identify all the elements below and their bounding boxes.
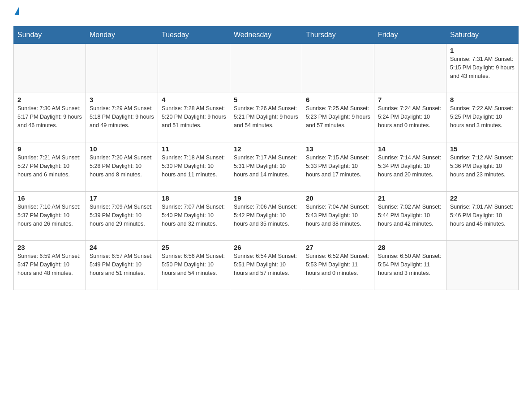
day-info: Sunrise: 7:18 AM Sunset: 5:30 PM Dayligh…	[162, 154, 226, 179]
day-number: 28	[378, 244, 442, 251]
day-info: Sunrise: 7:31 AM Sunset: 5:15 PM Dayligh…	[450, 55, 515, 80]
calendar-cell: 23Sunrise: 6:59 AM Sunset: 5:47 PM Dayli…	[14, 241, 86, 290]
day-info: Sunrise: 7:24 AM Sunset: 5:24 PM Dayligh…	[378, 104, 442, 129]
day-info: Sunrise: 6:54 AM Sunset: 5:51 PM Dayligh…	[234, 252, 298, 277]
calendar-cell: 22Sunrise: 7:01 AM Sunset: 5:46 PM Dayli…	[446, 192, 519, 241]
day-number: 14	[378, 145, 442, 153]
day-of-week-header: Tuesday	[158, 26, 230, 44]
calendar-cell: 18Sunrise: 7:07 AM Sunset: 5:40 PM Dayli…	[158, 192, 230, 241]
day-info: Sunrise: 7:04 AM Sunset: 5:43 PM Dayligh…	[306, 203, 370, 228]
calendar-cell: 11Sunrise: 7:18 AM Sunset: 5:30 PM Dayli…	[158, 142, 230, 192]
calendar-cell: 17Sunrise: 7:09 AM Sunset: 5:39 PM Dayli…	[86, 192, 158, 241]
week-row: 16Sunrise: 7:10 AM Sunset: 5:37 PM Dayli…	[14, 192, 519, 241]
day-number: 16	[17, 194, 82, 202]
day-of-week-header: Sunday	[14, 26, 86, 44]
day-number: 26	[234, 244, 298, 251]
day-number: 22	[450, 194, 515, 202]
calendar-cell: 21Sunrise: 7:02 AM Sunset: 5:44 PM Dayli…	[374, 192, 446, 241]
calendar-cell: 25Sunrise: 6:56 AM Sunset: 5:50 PM Dayli…	[158, 241, 230, 290]
day-of-week-header: Saturday	[446, 26, 519, 44]
calendar-header-row: SundayMondayTuesdayWednesdayThursdayFrid…	[14, 26, 519, 44]
day-info: Sunrise: 7:01 AM Sunset: 5:46 PM Dayligh…	[450, 203, 515, 228]
day-number: 27	[306, 244, 370, 251]
day-number: 8	[450, 96, 515, 103]
day-info: Sunrise: 7:26 AM Sunset: 5:21 PM Dayligh…	[234, 104, 298, 129]
day-info: Sunrise: 6:57 AM Sunset: 5:49 PM Dayligh…	[90, 252, 154, 277]
day-number: 9	[17, 145, 82, 153]
calendar-cell: 19Sunrise: 7:06 AM Sunset: 5:42 PM Dayli…	[230, 192, 302, 241]
day-number: 12	[234, 145, 298, 153]
calendar-cell: 24Sunrise: 6:57 AM Sunset: 5:49 PM Dayli…	[86, 241, 158, 290]
day-number: 23	[17, 244, 82, 251]
day-info: Sunrise: 7:15 AM Sunset: 5:33 PM Dayligh…	[306, 154, 370, 179]
calendar-cell: 20Sunrise: 7:04 AM Sunset: 5:43 PM Dayli…	[302, 192, 374, 241]
calendar-cell: 3Sunrise: 7:29 AM Sunset: 5:18 PM Daylig…	[86, 93, 158, 142]
calendar-cell	[158, 44, 230, 93]
day-info: Sunrise: 6:56 AM Sunset: 5:50 PM Dayligh…	[162, 252, 226, 277]
day-number: 10	[90, 145, 154, 153]
day-info: Sunrise: 7:14 AM Sunset: 5:34 PM Dayligh…	[378, 154, 442, 179]
day-info: Sunrise: 7:30 AM Sunset: 5:17 PM Dayligh…	[17, 104, 82, 129]
day-of-week-header: Friday	[374, 26, 446, 44]
day-of-week-header: Wednesday	[230, 26, 302, 44]
day-info: Sunrise: 6:52 AM Sunset: 5:53 PM Dayligh…	[306, 252, 370, 277]
day-info: Sunrise: 7:29 AM Sunset: 5:18 PM Dayligh…	[90, 104, 154, 129]
calendar-cell: 5Sunrise: 7:26 AM Sunset: 5:21 PM Daylig…	[230, 93, 302, 142]
day-number: 18	[162, 194, 226, 202]
day-info: Sunrise: 7:10 AM Sunset: 5:37 PM Dayligh…	[17, 203, 82, 228]
day-number: 24	[90, 244, 154, 251]
calendar-cell: 16Sunrise: 7:10 AM Sunset: 5:37 PM Dayli…	[14, 192, 86, 241]
logo-triangle-icon	[14, 7, 19, 15]
day-info: Sunrise: 6:50 AM Sunset: 5:54 PM Dayligh…	[378, 252, 442, 277]
logo	[13, 9, 19, 17]
day-number: 3	[90, 96, 154, 103]
week-row: 9Sunrise: 7:21 AM Sunset: 5:27 PM Daylig…	[14, 142, 519, 192]
day-number: 11	[162, 145, 226, 153]
day-info: Sunrise: 7:06 AM Sunset: 5:42 PM Dayligh…	[234, 203, 298, 228]
calendar-cell: 8Sunrise: 7:22 AM Sunset: 5:25 PM Daylig…	[446, 93, 519, 142]
day-info: Sunrise: 7:28 AM Sunset: 5:20 PM Dayligh…	[162, 104, 226, 129]
calendar-cell: 12Sunrise: 7:17 AM Sunset: 5:31 PM Dayli…	[230, 142, 302, 192]
calendar-cell: 13Sunrise: 7:15 AM Sunset: 5:33 PM Dayli…	[302, 142, 374, 192]
day-info: Sunrise: 7:12 AM Sunset: 5:36 PM Dayligh…	[450, 154, 515, 179]
day-of-week-header: Thursday	[302, 26, 374, 44]
calendar-cell	[86, 44, 158, 93]
day-info: Sunrise: 7:09 AM Sunset: 5:39 PM Dayligh…	[90, 203, 154, 228]
calendar-cell	[230, 44, 302, 93]
week-row: 23Sunrise: 6:59 AM Sunset: 5:47 PM Dayli…	[14, 241, 519, 290]
calendar-cell: 10Sunrise: 7:20 AM Sunset: 5:28 PM Dayli…	[86, 142, 158, 192]
calendar-cell	[302, 44, 374, 93]
day-number: 6	[306, 96, 370, 103]
day-info: Sunrise: 7:20 AM Sunset: 5:28 PM Dayligh…	[90, 154, 154, 179]
day-number: 5	[234, 96, 298, 103]
calendar-cell: 1Sunrise: 7:31 AM Sunset: 5:15 PM Daylig…	[446, 44, 519, 93]
calendar-cell	[14, 44, 86, 93]
day-number: 4	[162, 96, 226, 103]
day-number: 13	[306, 145, 370, 153]
day-of-week-header: Monday	[86, 26, 158, 44]
calendar-cell: 14Sunrise: 7:14 AM Sunset: 5:34 PM Dayli…	[374, 142, 446, 192]
day-number: 7	[378, 96, 442, 103]
day-info: Sunrise: 7:22 AM Sunset: 5:25 PM Dayligh…	[450, 104, 515, 129]
day-info: Sunrise: 7:21 AM Sunset: 5:27 PM Dayligh…	[17, 154, 82, 179]
page-header	[13, 9, 519, 17]
day-number: 15	[450, 145, 515, 153]
day-number: 17	[90, 194, 154, 202]
day-number: 19	[234, 194, 298, 202]
day-info: Sunrise: 6:59 AM Sunset: 5:47 PM Dayligh…	[17, 252, 82, 277]
calendar-table: SundayMondayTuesdayWednesdayThursdayFrid…	[13, 26, 519, 290]
week-row: 1Sunrise: 7:31 AM Sunset: 5:15 PM Daylig…	[14, 44, 519, 93]
calendar-cell: 6Sunrise: 7:25 AM Sunset: 5:23 PM Daylig…	[302, 93, 374, 142]
day-info: Sunrise: 7:17 AM Sunset: 5:31 PM Dayligh…	[234, 154, 298, 179]
calendar-cell: 26Sunrise: 6:54 AM Sunset: 5:51 PM Dayli…	[230, 241, 302, 290]
day-number: 25	[162, 244, 226, 251]
day-number: 2	[17, 96, 82, 103]
day-number: 21	[378, 194, 442, 202]
day-number: 1	[450, 47, 515, 54]
calendar-cell: 7Sunrise: 7:24 AM Sunset: 5:24 PM Daylig…	[374, 93, 446, 142]
calendar-cell: 9Sunrise: 7:21 AM Sunset: 5:27 PM Daylig…	[14, 142, 86, 192]
week-row: 2Sunrise: 7:30 AM Sunset: 5:17 PM Daylig…	[14, 93, 519, 142]
calendar-cell: 15Sunrise: 7:12 AM Sunset: 5:36 PM Dayli…	[446, 142, 519, 192]
calendar-cell: 4Sunrise: 7:28 AM Sunset: 5:20 PM Daylig…	[158, 93, 230, 142]
day-info: Sunrise: 7:02 AM Sunset: 5:44 PM Dayligh…	[378, 203, 442, 228]
